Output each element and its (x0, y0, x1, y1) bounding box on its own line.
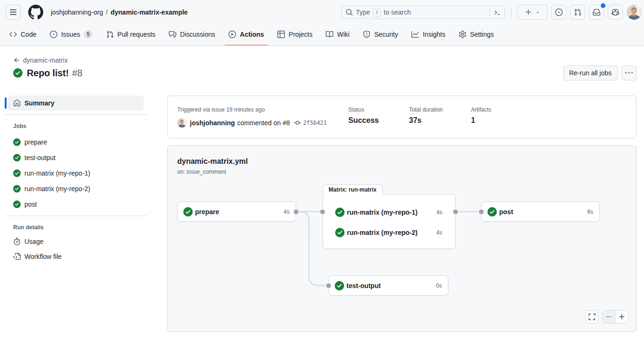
search-input[interactable]: Type / to search (341, 6, 505, 19)
tab-actions[interactable]: Actions (225, 24, 267, 45)
run-title: Repo list! (27, 68, 69, 79)
rerun-all-jobs-button[interactable]: Re-run all jobs (563, 65, 618, 80)
git-pull-request-icon (574, 8, 581, 16)
tab-pull-requests[interactable]: Pull requests (102, 24, 159, 45)
run-summary-card: Triggered via issue 19 minutes ago joshj… (167, 96, 636, 138)
zoom-in-button[interactable] (615, 311, 628, 323)
tab-code[interactable]: Code (6, 24, 40, 45)
stat-value: 1 (471, 116, 491, 125)
run-sidebar: Summary Jobs prepare test-output run-mat… (8, 96, 148, 332)
copilot-button[interactable] (608, 5, 623, 20)
tab-issues[interactable]: Issues 5 (46, 24, 96, 45)
command-palette-icon[interactable] (494, 9, 501, 16)
tab-wiki[interactable]: Wiki (322, 24, 353, 45)
notifications-button[interactable] (589, 5, 604, 20)
arrow-left-icon (13, 56, 21, 64)
stopwatch-icon (13, 238, 21, 245)
issue-ref-link[interactable]: #8 (283, 119, 290, 127)
page-layout: Summary Jobs prepare test-output run-mat… (0, 96, 644, 332)
sidebar-job-prepare[interactable]: prepare (8, 134, 144, 150)
tab-label: Actions (240, 31, 264, 38)
issues-header-button[interactable] (551, 5, 566, 20)
actor-name-link[interactable]: joshjohanning (190, 119, 235, 127)
success-check-icon (13, 169, 21, 177)
tab-label: Security (374, 31, 398, 38)
graph-node-post[interactable]: post 6s (481, 201, 600, 222)
pull-requests-header-button[interactable] (570, 5, 585, 20)
unread-notification-dot (601, 3, 605, 8)
hamburger-menu-button[interactable] (6, 5, 21, 20)
actor-action-text: commented on #8 (237, 119, 290, 127)
success-check-icon (13, 201, 21, 208)
workflow-file-label: Workflow file (24, 253, 62, 260)
back-to-workflow-link[interactable]: dynamic-matrix (13, 56, 68, 64)
create-new-button[interactable] (517, 5, 548, 20)
matrix-group-box: Matrix: run-matrix run-matrix (my-repo-1… (322, 194, 456, 249)
sidebar-job-post[interactable]: post (8, 196, 144, 212)
tab-settings[interactable]: Settings (455, 24, 498, 45)
commit-sha-link[interactable]: 2f5b421 (303, 120, 327, 126)
actor-avatar[interactable] (177, 118, 187, 128)
sidebar-job-run-matrix-1[interactable]: run-matrix (my-repo-1) (8, 165, 144, 181)
graph-node-test-output[interactable]: test-output 0s (329, 275, 448, 296)
file-code-icon (13, 253, 21, 260)
jobs-section-heading: Jobs (8, 119, 148, 133)
three-bars-icon (9, 8, 17, 16)
success-check-icon (335, 281, 344, 290)
table-icon (277, 31, 285, 38)
job-label: run-matrix (my-repo-2) (24, 185, 90, 193)
matrix-group-label: Matrix: run-matrix (322, 185, 383, 195)
tab-discussions[interactable]: Discussions (165, 24, 219, 45)
node-duration: 6s (583, 209, 593, 215)
tab-projects[interactable]: Projects (274, 24, 316, 45)
book-icon (326, 31, 333, 38)
github-logo[interactable] (28, 5, 43, 20)
edge-dot (294, 209, 298, 214)
sidebar-item-usage[interactable]: Usage (8, 234, 144, 249)
graph-node-run-matrix-1[interactable]: run-matrix (my-repo-1) 4s (329, 202, 449, 222)
node-label: prepare (195, 208, 219, 216)
sidebar-job-run-matrix-2[interactable]: run-matrix (my-repo-2) (8, 181, 144, 196)
success-check-icon (183, 207, 193, 217)
node-label: test-output (346, 282, 381, 290)
success-check-icon (13, 185, 21, 193)
tab-insights[interactable]: Insights (408, 24, 449, 45)
job-label: run-matrix (my-repo-1) (24, 169, 90, 177)
sidebar-job-test-output[interactable]: test-output (8, 150, 144, 165)
stat-status: Status Success (348, 106, 379, 125)
graph-controls (585, 310, 628, 323)
sidebar-item-summary[interactable]: Summary (8, 96, 144, 111)
edge-dot (320, 209, 325, 214)
success-check-icon (335, 208, 345, 217)
run-actions: Re-run all jobs (563, 65, 636, 80)
inbox-icon (593, 8, 600, 16)
node-duration: 4s (432, 209, 442, 216)
git-pull-request-icon (106, 31, 114, 38)
tab-security[interactable]: Security (359, 24, 402, 45)
back-link-label: dynamic-matrix (23, 56, 68, 64)
success-check-icon (13, 68, 23, 78)
stat-value: 37s (409, 116, 443, 125)
avatar-photo-icon (177, 118, 187, 128)
sidebar-item-workflow-file[interactable]: Workflow file (8, 249, 144, 264)
graph-node-run-matrix-2[interactable]: run-matrix (my-repo-2) 4s (329, 222, 449, 242)
stat-label: Status (348, 106, 379, 113)
fullscreen-button[interactable] (585, 310, 598, 323)
user-avatar[interactable] (627, 5, 642, 20)
code-icon (9, 31, 17, 38)
tab-label: Wiki (337, 31, 349, 38)
search-divider (489, 8, 490, 16)
success-check-icon (487, 207, 497, 217)
run-options-kebab-button[interactable] (621, 65, 636, 80)
tab-label: Settings (470, 31, 494, 38)
breadcrumb-repo-link[interactable]: dynamic-matrix-example (110, 8, 188, 16)
dash-icon (605, 313, 613, 321)
stat-label: Artifacts (471, 106, 491, 113)
repo-nav-tabs: Code Issues 5 Pull requests Discussions … (0, 24, 644, 45)
graph-node-prepare[interactable]: prepare 4s (177, 201, 296, 222)
zoom-out-button[interactable] (603, 311, 615, 323)
breadcrumb-org-link[interactable]: joshjohanning-org (51, 8, 103, 16)
issue-opened-icon (50, 31, 57, 38)
issue-opened-icon (555, 8, 563, 16)
graph-icon (411, 31, 419, 38)
